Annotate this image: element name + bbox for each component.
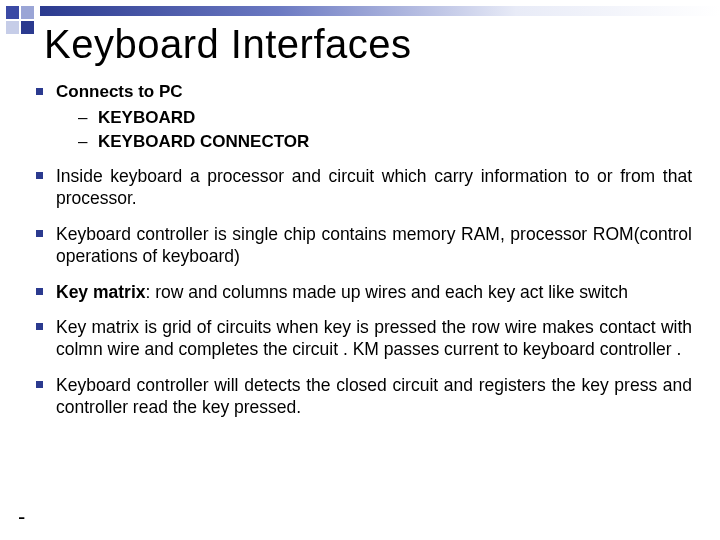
bullet-level2: KEYBOARD CONNECTOR [74, 132, 692, 152]
slide-body: Connects to PC KEYBOARD KEYBOARD CONNECT… [32, 82, 692, 419]
slide: Keyboard Interfaces Connects to PC KEYBO… [0, 0, 720, 540]
footer-mark: - [18, 504, 25, 530]
bullet-level1: Key matrix: row and columns made up wire… [32, 282, 692, 304]
body-text: : row and columns made up wires and each… [146, 282, 628, 302]
bullet-level1: Keyboard controller will detects the clo… [32, 375, 692, 419]
bullet-level1: Keyboard controller is single chip conta… [32, 224, 692, 268]
bullet-level1: Key matrix is grid of circuits when key … [32, 317, 692, 361]
bullet-level1: Inside keyboard a processor and circuit … [32, 166, 692, 210]
bullet-level1: Connects to PC [32, 82, 692, 102]
corner-decoration [6, 6, 34, 34]
header-gradient-bar [40, 6, 720, 16]
bold-text: Key matrix [56, 282, 146, 302]
slide-title: Keyboard Interfaces [44, 22, 412, 67]
bullet-level2: KEYBOARD [74, 108, 692, 128]
